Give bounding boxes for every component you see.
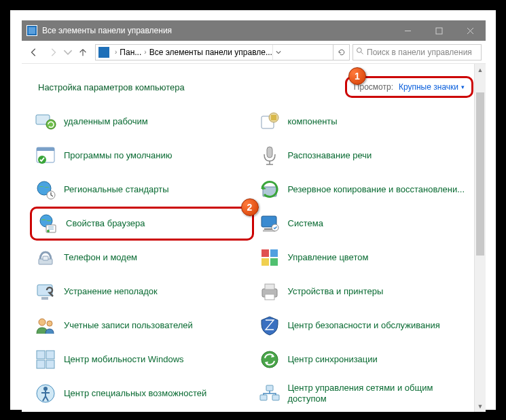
backup-restore-icon xyxy=(258,178,281,201)
maximize-button[interactable] xyxy=(423,20,454,41)
phone-modem-icon xyxy=(34,246,57,269)
breadcrumb[interactable]: › Пан... › Все элементы панели управле..… xyxy=(95,44,350,60)
chevron-right-icon[interactable]: › xyxy=(112,48,120,56)
page-title: Настройка параметров компьютера xyxy=(38,82,185,92)
svg-rect-48 xyxy=(272,395,279,400)
titlebar: Все элементы панели управления xyxy=(22,20,486,41)
color-management-icon xyxy=(258,246,281,269)
svg-point-21 xyxy=(47,321,52,326)
svg-rect-49 xyxy=(266,385,273,391)
item-label: Учетные записи пользователей xyxy=(64,320,193,331)
item-speech-recognition[interactable]: Распознавание речи xyxy=(254,139,478,173)
search-icon xyxy=(356,47,364,57)
breadcrumb-segment[interactable]: Все элементы панели управле... xyxy=(149,48,272,57)
user-accounts-icon xyxy=(34,314,57,337)
item-label: Программы по умолчанию xyxy=(64,150,172,161)
system-icon xyxy=(258,212,281,235)
item-label: Региональные стандарты xyxy=(64,184,168,195)
column-left: удаленным рабочим Программы по умолчанию… xyxy=(30,105,254,410)
svg-point-27 xyxy=(43,387,48,391)
svg-rect-42 xyxy=(270,258,278,266)
item-label: Центр управления сетями и общим доступом xyxy=(288,383,474,405)
sync-center-icon xyxy=(258,348,281,371)
item-components[interactable]: компоненты xyxy=(254,105,478,139)
item-troubleshooting[interactable]: Устранение неполадок xyxy=(30,275,254,309)
item-user-accounts[interactable]: Учетные записи пользователей xyxy=(30,309,254,343)
region-icon xyxy=(34,178,57,201)
forward-button[interactable] xyxy=(43,43,62,62)
up-button[interactable] xyxy=(73,43,92,62)
item-label: компоненты xyxy=(288,116,338,127)
chevron-right-icon[interactable]: › xyxy=(141,48,149,56)
item-system[interactable]: Система xyxy=(254,207,478,241)
control-panel-icon xyxy=(26,25,37,36)
item-default-programs[interactable]: Программы по умолчанию xyxy=(30,139,254,173)
item-color-management[interactable]: Управление цветом xyxy=(254,241,478,275)
security-maintenance-icon xyxy=(258,314,281,337)
item-label: Резервное копирование и восстановлени... xyxy=(288,184,465,195)
svg-rect-44 xyxy=(265,284,274,290)
item-label: Распознавание речи xyxy=(288,150,372,161)
speech-recognition-icon xyxy=(258,144,281,167)
svg-rect-1 xyxy=(436,28,442,34)
column-right: компоненты Распознавание речи Резервное … xyxy=(254,105,478,410)
default-programs-icon xyxy=(34,144,57,167)
breadcrumb-segment[interactable]: Пан... xyxy=(120,48,141,57)
ease-of-access-icon xyxy=(34,382,57,405)
item-sync-center[interactable]: Центр синхронизации xyxy=(254,343,478,377)
item-backup-restore[interactable]: Резервное копирование и восстановлени... xyxy=(254,173,478,207)
annotation-badge-1: 1 xyxy=(348,67,366,85)
item-label: Свойства браузера xyxy=(66,218,145,229)
svg-rect-45 xyxy=(265,294,274,300)
svg-rect-39 xyxy=(261,249,269,257)
back-button[interactable] xyxy=(24,43,43,62)
minimize-button[interactable] xyxy=(392,20,423,41)
item-internet-options[interactable]: 2 Свойства браузера xyxy=(30,207,254,241)
item-label: Центр мобильности Windows xyxy=(64,354,184,365)
history-dropdown[interactable] xyxy=(62,43,73,62)
devices-printers-icon xyxy=(258,280,281,303)
item-label: Устранение неполадок xyxy=(64,286,158,297)
close-button[interactable] xyxy=(454,20,486,41)
mobility-center-icon xyxy=(34,348,57,371)
item-label: Управление цветом xyxy=(288,252,369,263)
refresh-button[interactable] xyxy=(333,45,349,60)
search-input[interactable]: Поиск в панели управления xyxy=(353,44,482,60)
chevron-down-icon: ▾ xyxy=(461,84,465,90)
item-label: Система xyxy=(288,218,323,229)
components-icon xyxy=(258,110,281,133)
item-label: Центр синхронизации xyxy=(288,354,378,365)
item-network-sharing[interactable]: Центр управления сетями и общим доступом xyxy=(254,377,478,410)
svg-point-15 xyxy=(47,230,50,232)
item-phone-modem[interactable]: Телефон и модем xyxy=(30,241,254,275)
scroll-up-arrow[interactable]: ▲ xyxy=(475,64,486,75)
item-label: удаленным рабочим xyxy=(64,116,148,127)
item-label: Центр специальных возможностей xyxy=(64,388,206,399)
control-panel-window: Все элементы панели управления › Пан... … xyxy=(22,20,486,412)
item-region[interactable]: Региональные стандарты xyxy=(30,173,254,207)
svg-rect-31 xyxy=(267,147,272,158)
search-placeholder: Поиск в панели управления xyxy=(367,48,472,57)
item-label: Устройства и принтеры xyxy=(288,286,384,297)
navigation-bar: › Пан... › Все элементы панели управле..… xyxy=(22,41,486,64)
troubleshooting-icon xyxy=(34,280,57,303)
network-sharing-icon xyxy=(258,382,281,405)
svg-rect-23 xyxy=(46,351,54,359)
item-ease-of-access[interactable]: Центр специальных возможностей xyxy=(30,377,254,410)
item-label: Телефон и модем xyxy=(64,252,137,263)
svg-rect-40 xyxy=(270,249,278,257)
control-panel-icon xyxy=(98,47,109,58)
svg-rect-19 xyxy=(41,297,48,300)
svg-rect-22 xyxy=(37,351,45,359)
internet-options-icon xyxy=(36,212,59,235)
breadcrumb-dropdown[interactable] xyxy=(272,45,285,60)
item-remote-desktop[interactable]: удаленным рабочим xyxy=(30,105,254,139)
item-mobility-center[interactable]: Центр мобильности Windows xyxy=(30,343,254,377)
view-by-dropdown[interactable]: 1 Просмотр: Крупные значки ▾ xyxy=(345,76,473,98)
view-by-value[interactable]: Крупные значки xyxy=(399,82,458,92)
svg-rect-9 xyxy=(37,147,54,151)
item-devices-printers[interactable]: Устройства и принтеры xyxy=(254,275,478,309)
items-grid: удаленным рабочим Программы по умолчанию… xyxy=(22,105,486,410)
svg-point-20 xyxy=(39,319,46,326)
item-security-maintenance[interactable]: Центр безопасности и обслуживания xyxy=(254,309,478,343)
